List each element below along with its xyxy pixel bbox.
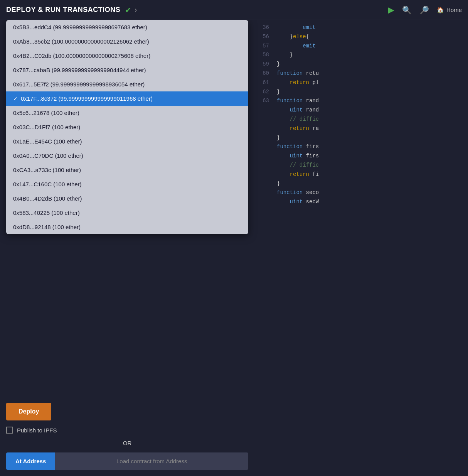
code-line-22: return fi bbox=[277, 170, 465, 179]
deploy-button[interactable]: Deploy bbox=[6, 403, 51, 420]
line-number-22: 58 bbox=[259, 51, 269, 60]
code-line-27: uint secW bbox=[277, 197, 465, 207]
publish-label: Publish to IPFS bbox=[17, 427, 57, 434]
code-line-8: } bbox=[277, 88, 465, 97]
line-numbers: 365657585960616263 bbox=[254, 20, 274, 476]
address-buttons: At Address Load contract from Address bbox=[6, 452, 248, 470]
dropdown-item-12[interactable]: 0x4B0...4D2dB (100 ether) bbox=[6, 191, 248, 206]
home-button[interactable]: 🏠 Home bbox=[437, 7, 462, 14]
code-line-13: // diffic bbox=[277, 115, 465, 124]
dropdown-item-9[interactable]: 0x0A0...C70DC (100 ether) bbox=[6, 149, 248, 163]
code-line-25: function seco bbox=[277, 188, 465, 197]
dropdown-item-13[interactable]: 0x583...40225 (100 ether) bbox=[6, 206, 248, 220]
code-line-7: return pl bbox=[277, 78, 465, 88]
account-dropdown[interactable]: 0x5B3...eddC4 (99.999999999999998697683 … bbox=[6, 20, 248, 234]
dropdown-item-11[interactable]: 0x147...C160C (100 ether) bbox=[6, 177, 248, 191]
line-number-21: 57 bbox=[259, 42, 269, 51]
dropdown-item-6[interactable]: 0x5c6...21678 (100 ether) bbox=[6, 106, 248, 120]
header-actions: ▶ 🔍 🔎 🏠 Home bbox=[388, 5, 462, 15]
code-line-23: } bbox=[277, 179, 465, 189]
at-address-button[interactable]: At Address bbox=[6, 452, 55, 470]
header: DEPLOY & RUN TRANSACTIONS ✔ › ▶ 🔍 🔎 🏠 Ho… bbox=[0, 0, 468, 20]
line-number-20: 56 bbox=[259, 32, 269, 42]
publish-row: Publish to IPFS bbox=[6, 427, 248, 434]
dropdown-item-10[interactable]: 0xCA3...a733c (100 ether) bbox=[6, 163, 248, 177]
code-line-15: } bbox=[277, 133, 465, 143]
code-editor: 365657585960616263 emit }else{ emit }}fu… bbox=[254, 20, 468, 476]
code-content: emit }else{ emit }}function retu return … bbox=[274, 20, 468, 476]
header-title: DEPLOY & RUN TRANSACTIONS bbox=[6, 6, 120, 14]
dropdown-item-2[interactable]: 0x4B2...C02db (100.000000000000000275608… bbox=[6, 49, 248, 63]
code-line-17: function firs bbox=[277, 142, 465, 152]
code-line-0: emit bbox=[277, 23, 465, 32]
dropdown-item-8[interactable]: 0x1aE...E454C (100 ether) bbox=[6, 134, 248, 149]
code-line-21: // diffic bbox=[277, 161, 465, 170]
code-line-2: emit bbox=[277, 42, 465, 51]
zoom-in-button[interactable]: 🔎 bbox=[419, 5, 429, 15]
code-line-3: } bbox=[277, 51, 465, 60]
line-number-23: 59 bbox=[259, 60, 269, 69]
home-icon: 🏠 bbox=[437, 7, 444, 14]
load-contract-button[interactable]: Load contract from Address bbox=[55, 452, 248, 470]
code-line-12: uint rand bbox=[277, 106, 465, 115]
arrow-icon: › bbox=[135, 6, 137, 14]
dropdown-item-5[interactable]: ✓0x17F...8c372 (99.999999999999999011968… bbox=[6, 91, 248, 106]
or-divider: OR bbox=[6, 440, 248, 446]
dropdown-item-4[interactable]: 0x617...5E7f2 (99.999999999999998936054 … bbox=[6, 77, 248, 91]
line-number-27: 63 bbox=[259, 96, 269, 106]
line-number-26: 62 bbox=[259, 88, 269, 97]
play-button[interactable]: ▶ bbox=[388, 5, 394, 15]
dropdown-item-1[interactable]: 0xAb8...35cb2 (100.000000000000002126062… bbox=[6, 34, 248, 49]
selected-checkmark: ✓ bbox=[13, 96, 18, 102]
check-icon: ✔ bbox=[125, 5, 131, 15]
code-line-1: }else{ bbox=[277, 32, 465, 42]
line-number-25: 61 bbox=[259, 78, 269, 88]
publish-checkbox[interactable] bbox=[6, 427, 13, 434]
code-line-4: } bbox=[277, 60, 465, 69]
dropdown-item-0[interactable]: 0x5B3...eddC4 (99.999999999999998697683 … bbox=[6, 20, 248, 34]
main-layout: 0x5B3...eddC4 (99.999999999999998697683 … bbox=[0, 20, 468, 476]
code-line-19: uint firs bbox=[277, 152, 465, 161]
home-label: Home bbox=[446, 7, 462, 13]
dropdown-item-3[interactable]: 0x787...cabaB (99.999999999999999044944 … bbox=[6, 63, 248, 77]
code-line-10: function rand bbox=[277, 96, 465, 106]
line-number-24: 60 bbox=[259, 69, 269, 78]
code-line-6: function retu bbox=[277, 69, 465, 78]
zoom-out-button[interactable]: 🔍 bbox=[402, 5, 412, 15]
dropdown-item-7[interactable]: 0x03C...D1Ff7 (100 ether) bbox=[6, 120, 248, 134]
left-panel: 0x5B3...eddC4 (99.999999999999998697683 … bbox=[0, 20, 254, 476]
line-number-0: 36 bbox=[259, 23, 269, 32]
dropdown-item-14[interactable]: 0xdD8...92148 (100 ether) bbox=[6, 220, 248, 234]
bottom-section: Deploy Publish to IPFS OR At Address Loa… bbox=[0, 397, 254, 476]
code-line-14: return ra bbox=[277, 124, 465, 133]
